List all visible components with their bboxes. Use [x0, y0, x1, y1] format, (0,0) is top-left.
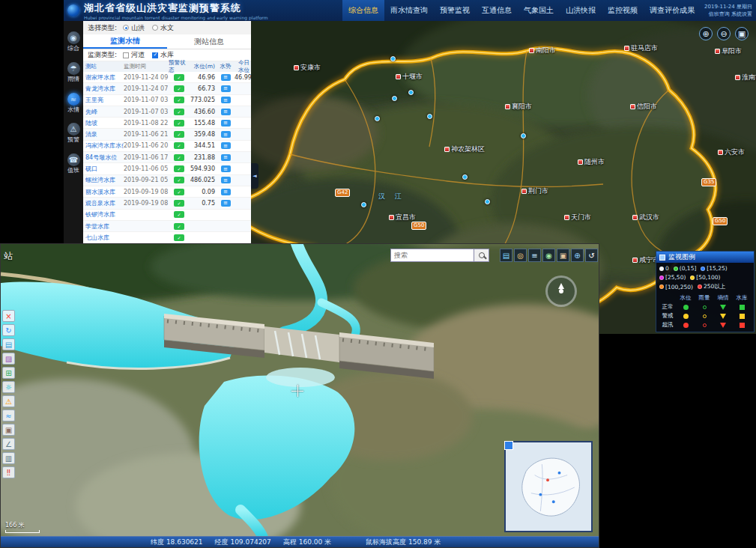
- station-name[interactable]: 丽水溪水库: [83, 188, 124, 196]
- sidebar-icon-4: ☎: [67, 153, 80, 166]
- close-tool[interactable]: ×: [2, 310, 15, 322]
- grid-tool[interactable]: ⊞: [2, 367, 15, 379]
- station-name[interactable]: 青龙湾水库: [83, 85, 124, 93]
- table-row[interactable]: 砚口2019-11-06 05✓594.930≡: [83, 163, 251, 174]
- status-ok-badge: ✓: [174, 234, 184, 241]
- table-row[interactable]: 王里亮2019-11-07 03✓773.025≡: [83, 95, 251, 106]
- panel-collapse-handle[interactable]: ◄: [251, 163, 258, 189]
- station-name[interactable]: 铁锣湾水库: [83, 210, 124, 219]
- image-tool[interactable]: ▣: [557, 249, 569, 262]
- extent-button[interactable]: ▣: [735, 27, 749, 40]
- station-marker[interactable]: [462, 174, 468, 180]
- trend-cell: ≡: [217, 97, 235, 103]
- inset-map[interactable]: [504, 441, 593, 532]
- status-cell: ✓: [169, 131, 190, 138]
- nav-item-5[interactable]: 山洪快报: [560, 0, 602, 21]
- layers-tool[interactable]: ▤: [2, 338, 15, 350]
- station-name[interactable]: 观音泉水库: [83, 199, 124, 207]
- station-name[interactable]: 陆坡: [83, 119, 124, 127]
- table-row[interactable]: 螺丝湾水库2019-09-21 05✓486.025≡: [83, 175, 251, 186]
- table-row[interactable]: 谢家坪水库2019-11-24 09✓46.96≡46.99: [83, 72, 251, 83]
- status-cell: ✓: [169, 223, 190, 230]
- station-marker[interactable]: [427, 114, 432, 119]
- nav-item-3[interactable]: 互通信息: [476, 0, 518, 21]
- rotate-tool[interactable]: ↻: [2, 324, 15, 336]
- monitor-time: 2019-09-19 08: [124, 200, 169, 207]
- today-level: 46.99: [235, 74, 251, 81]
- nav-item-6[interactable]: 监控视频: [602, 0, 644, 21]
- basemap-tool[interactable]: ▨: [2, 353, 15, 365]
- trend-cell: ≡: [217, 177, 235, 183]
- status-cell: ✓: [169, 234, 190, 241]
- alert-tool[interactable]: ‼: [2, 466, 15, 478]
- station-name[interactable]: 螺丝湾水库: [83, 176, 124, 184]
- filter-radio-1[interactable]: 水文: [152, 23, 174, 33]
- panel-tab-0[interactable]: 监测水情: [83, 34, 167, 49]
- station-marker[interactable]: [485, 199, 490, 204]
- list-tool[interactable]: ≡: [528, 249, 541, 262]
- sidebar-item-4[interactable]: ☎值班: [67, 153, 80, 174]
- station-name[interactable]: 84号墩水位: [83, 153, 124, 162]
- nav-item-4[interactable]: 气象国土: [518, 0, 560, 21]
- sidebar-item-1[interactable]: ☂雨情: [67, 62, 80, 83]
- sidebar-item-2[interactable]: ≈水情: [67, 93, 80, 114]
- globe-tool[interactable]: ⊕: [571, 249, 584, 262]
- station-name[interactable]: 冯家湾水库水位: [83, 141, 124, 150]
- station-name[interactable]: 王里亮: [83, 96, 124, 104]
- measure-tool[interactable]: ∠: [2, 438, 15, 450]
- filter-radio-0[interactable]: 山洪: [123, 23, 145, 33]
- search-input[interactable]: [390, 249, 474, 262]
- sidebar-item-3[interactable]: ⚠预警: [67, 123, 80, 144]
- warning-tool[interactable]: ⚠: [2, 395, 15, 407]
- sidebar-item-0[interactable]: ◉综合: [67, 31, 80, 52]
- legend-scale: 0(0,15][15,25)[25,50)[50,100)[100,250)25…: [656, 263, 754, 293]
- station-marker[interactable]: [408, 90, 414, 95]
- nav-item-2[interactable]: 预警监视: [434, 0, 476, 21]
- zoom-out-button[interactable]: ⊖: [717, 27, 731, 40]
- panel-tab-1[interactable]: 测站信息: [167, 34, 251, 49]
- station-marker[interactable]: [390, 56, 396, 61]
- compass-control[interactable]: [545, 275, 577, 307]
- legend-scale-dot: [659, 275, 664, 280]
- table-row[interactable]: 丽水溪水库2019-09-19 08✓0.09≡: [83, 186, 251, 198]
- table-row[interactable]: 青龙湾水库2019-11-24 07✓66.73≡: [83, 83, 251, 94]
- back-tool[interactable]: ↺: [585, 249, 598, 262]
- station-marker[interactable]: [361, 202, 366, 207]
- nav-item-7[interactable]: 调查评价成果: [644, 0, 701, 21]
- search-button[interactable]: [474, 249, 489, 262]
- legend-scale-dot: [701, 267, 705, 271]
- station-name[interactable]: 清泉: [83, 130, 124, 138]
- station-name[interactable]: 学堂水库: [83, 222, 124, 231]
- table-row[interactable]: 清泉2019-11-06 21✓359.48≡: [83, 129, 251, 140]
- table-row[interactable]: 观音泉水库2019-09-19 08✓0.75≡: [83, 198, 251, 209]
- inset-toggle-button[interactable]: [504, 441, 513, 450]
- table-row[interactable]: 陆坡2019-11-08 22✓155.48≡: [83, 118, 251, 129]
- water-tool[interactable]: ≈: [2, 410, 15, 421]
- table-row[interactable]: 学堂水库✓: [83, 221, 251, 232]
- trend-cell: ≡: [217, 154, 235, 161]
- station-marker[interactable]: [521, 133, 526, 138]
- city-marker-icon: [578, 159, 583, 165]
- table-row[interactable]: 铁锣湾水库✓: [83, 210, 251, 221]
- station-name[interactable]: 谢家坪水库: [83, 73, 124, 82]
- sky-tool[interactable]: ☼: [2, 381, 15, 393]
- station-name[interactable]: 砚口: [83, 165, 124, 173]
- model-tool[interactable]: ▣: [2, 424, 15, 436]
- type-check-0[interactable]: 河道: [123, 50, 145, 60]
- station-name[interactable]: 先峰: [83, 108, 124, 116]
- report-tool[interactable]: ▥: [2, 452, 15, 464]
- table-row[interactable]: 先峰2019-11-07 03✓436.60≡: [83, 106, 251, 118]
- locate-tool[interactable]: ◎: [514, 249, 527, 262]
- table-row[interactable]: 七山水库✓: [83, 232, 251, 243]
- chart-tool[interactable]: ▤: [500, 249, 512, 262]
- table-row[interactable]: 冯家湾水库水位2019-11-06 20✓344.51≡: [83, 141, 251, 152]
- search-button[interactable]: ⊕: [699, 27, 713, 40]
- table-row[interactable]: 84号墩水位2019-11-06 17✓231.88≡: [83, 152, 251, 163]
- station-name[interactable]: 七山水库: [83, 234, 124, 242]
- checkbox-label: 河道: [131, 50, 145, 60]
- view-tool[interactable]: ◉: [542, 249, 555, 262]
- station-marker[interactable]: [375, 116, 380, 121]
- station-marker[interactable]: [392, 96, 397, 101]
- nav-item-1[interactable]: 雨水情查询: [384, 0, 434, 21]
- nav-item-0[interactable]: 综合信息: [342, 0, 384, 21]
